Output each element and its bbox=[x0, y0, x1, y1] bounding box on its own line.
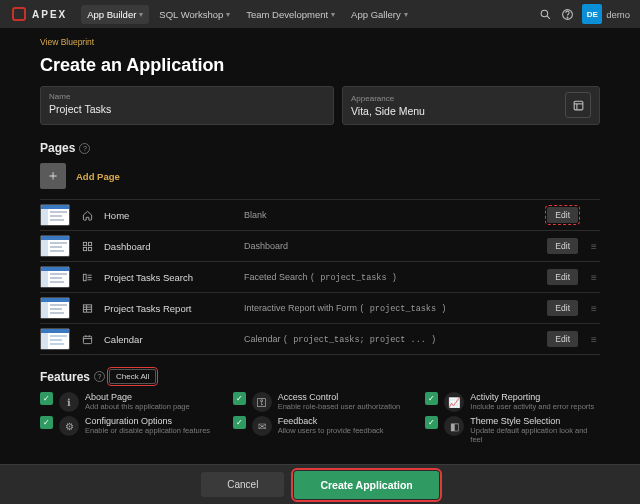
footer-bar: Cancel Create Application bbox=[0, 464, 640, 504]
user-avatar[interactable]: DE bbox=[582, 4, 602, 24]
page-type: Dashboard bbox=[244, 241, 537, 251]
page-row: HomeBlankEdit bbox=[40, 199, 600, 230]
drag-handle-icon[interactable]: ≡ bbox=[588, 241, 600, 252]
page-type: Interactive Report with Form ( project_t… bbox=[244, 303, 537, 314]
feature-item: ✓◧Theme Style SelectionUpdate default ap… bbox=[425, 416, 600, 444]
feature-desc: Enable or disable application features bbox=[85, 426, 210, 435]
feature-title: Access Control bbox=[278, 392, 401, 402]
edit-page-button[interactable]: Edit bbox=[547, 331, 578, 347]
drag-handle-icon[interactable]: ≡ bbox=[588, 303, 600, 314]
help-icon[interactable]: ? bbox=[94, 371, 105, 382]
feature-item: ✓ℹAbout PageAdd about this application p… bbox=[40, 392, 215, 412]
nav-app-builder[interactable]: App Builder ▾ bbox=[81, 5, 149, 24]
svg-rect-19 bbox=[83, 336, 91, 343]
feature-item: ✓⚿Access ControlEnable role-based user a… bbox=[233, 392, 408, 412]
nav-label: App Builder bbox=[87, 9, 136, 20]
svg-point-0 bbox=[541, 10, 548, 17]
name-input[interactable] bbox=[49, 103, 325, 115]
plus-icon: ＋ bbox=[40, 163, 66, 189]
help-icon[interactable] bbox=[556, 3, 578, 25]
feature-checkbox[interactable]: ✓ bbox=[40, 392, 53, 405]
cal-icon bbox=[80, 334, 94, 345]
edit-page-button[interactable]: Edit bbox=[547, 238, 578, 254]
chevron-down-icon: ▾ bbox=[226, 10, 230, 19]
page-type: Blank bbox=[244, 210, 537, 220]
feature-checkbox[interactable]: ✓ bbox=[233, 416, 246, 429]
features-heading: Features bbox=[40, 370, 90, 384]
page-row: CalendarCalendar ( project_tasks; projec… bbox=[40, 323, 600, 355]
add-page-label: Add Page bbox=[76, 171, 120, 182]
feature-desc: Allow users to provide feedback bbox=[278, 426, 384, 435]
feature-title: About Page bbox=[85, 392, 190, 402]
feature-desc: Add about this application page bbox=[85, 402, 190, 411]
check-all-button[interactable]: Check All bbox=[109, 369, 156, 384]
oracle-logo-icon bbox=[12, 7, 26, 21]
page-thumbnail-icon bbox=[40, 204, 70, 226]
appearance-value: Vita, Side Menu bbox=[351, 105, 425, 117]
table-icon bbox=[80, 303, 94, 314]
search-icon[interactable] bbox=[534, 3, 556, 25]
page-name: Calendar bbox=[104, 334, 234, 345]
drag-handle-icon[interactable]: ≡ bbox=[588, 334, 600, 345]
feature-checkbox[interactable]: ✓ bbox=[425, 416, 438, 429]
search-icon bbox=[80, 272, 94, 283]
edit-page-button[interactable]: Edit bbox=[547, 207, 578, 223]
nav-team-development[interactable]: Team Development ▾ bbox=[240, 5, 341, 24]
edit-page-button[interactable]: Edit bbox=[547, 269, 578, 285]
nav-label: Team Development bbox=[246, 9, 328, 20]
pages-heading: Pages bbox=[40, 141, 75, 155]
home-icon bbox=[80, 210, 94, 221]
appearance-field: Appearance Vita, Side Menu bbox=[342, 86, 600, 125]
add-page-button[interactable]: ＋ Add Page bbox=[40, 163, 600, 189]
appearance-picker-button[interactable] bbox=[565, 92, 591, 118]
feature-desc: Include user activity and error reports bbox=[470, 402, 594, 411]
feature-item: ✓✉FeedbackAllow users to provide feedbac… bbox=[233, 416, 408, 444]
view-blueprint-link[interactable]: View Blueprint bbox=[40, 37, 94, 47]
page-row: Project Tasks ReportInteractive Report w… bbox=[40, 292, 600, 323]
page-thumbnail-icon bbox=[40, 235, 70, 257]
svg-rect-10 bbox=[88, 247, 91, 250]
feature-icon: ⚙ bbox=[59, 416, 79, 436]
feature-icon: ⚿ bbox=[252, 392, 272, 412]
feature-checkbox[interactable]: ✓ bbox=[233, 392, 246, 405]
edit-page-button[interactable]: Edit bbox=[547, 300, 578, 316]
feature-icon: ◧ bbox=[444, 416, 464, 436]
dash-icon bbox=[80, 241, 94, 252]
feature-item: ✓📈Activity ReportingInclude user activit… bbox=[425, 392, 600, 412]
drag-handle-icon[interactable]: ≡ bbox=[588, 272, 600, 283]
svg-rect-7 bbox=[83, 242, 86, 245]
nav-sql-workshop[interactable]: SQL Workshop ▾ bbox=[153, 5, 236, 24]
brand-text: APEX bbox=[32, 9, 67, 20]
create-application-button[interactable]: Create Application bbox=[294, 471, 438, 499]
svg-rect-11 bbox=[83, 274, 86, 280]
feature-checkbox[interactable]: ✓ bbox=[425, 392, 438, 405]
chevron-down-icon: ▾ bbox=[331, 10, 335, 19]
feature-checkbox[interactable]: ✓ bbox=[40, 416, 53, 429]
page-row: Project Tasks SearchFaceted Search ( pro… bbox=[40, 261, 600, 292]
svg-rect-9 bbox=[83, 247, 86, 250]
name-field[interactable]: Name bbox=[40, 86, 334, 125]
name-label: Name bbox=[49, 92, 325, 101]
feature-icon: ✉ bbox=[252, 416, 272, 436]
cancel-button[interactable]: Cancel bbox=[201, 472, 284, 497]
features-grid: ✓ℹAbout PageAdd about this application p… bbox=[40, 392, 600, 444]
feature-icon: ℹ bbox=[59, 392, 79, 412]
chevron-down-icon: ▾ bbox=[404, 10, 408, 19]
feature-title: Theme Style Selection bbox=[470, 416, 600, 426]
chevron-down-icon: ▾ bbox=[139, 10, 143, 19]
feature-item: ✓⚙Configuration OptionsEnable or disable… bbox=[40, 416, 215, 444]
user-name: demo bbox=[606, 9, 630, 20]
appearance-label: Appearance bbox=[351, 94, 557, 103]
top-nav: APEX App Builder ▾ SQL Workshop ▾ Team D… bbox=[0, 0, 640, 28]
page-name: Project Tasks Report bbox=[104, 303, 234, 314]
nav-app-gallery[interactable]: App Gallery ▾ bbox=[345, 5, 414, 24]
svg-point-3 bbox=[567, 17, 568, 18]
nav-items: App Builder ▾ SQL Workshop ▾ Team Develo… bbox=[81, 5, 414, 24]
page-thumbnail-icon bbox=[40, 328, 70, 350]
page-thumbnail-icon bbox=[40, 266, 70, 288]
feature-title: Activity Reporting bbox=[470, 392, 594, 402]
brand[interactable]: APEX bbox=[12, 7, 67, 21]
page-type: Faceted Search ( project_tasks ) bbox=[244, 272, 537, 283]
svg-rect-8 bbox=[88, 242, 91, 245]
help-icon[interactable]: ? bbox=[79, 143, 90, 154]
